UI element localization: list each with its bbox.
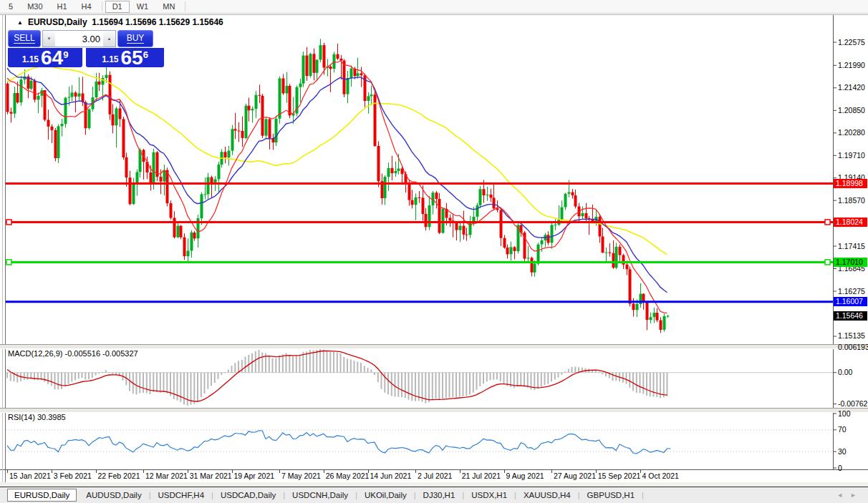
volume-input[interactable] <box>55 31 103 47</box>
price-axis-label: 1.22575 <box>838 38 865 47</box>
date-axis-label: 19 Apr 2021 <box>234 472 275 480</box>
sell-button[interactable]: SELL <box>8 30 41 47</box>
tf-button-d1[interactable]: D1 <box>105 1 130 13</box>
volume-control: ▼ ▲ <box>42 30 116 47</box>
macd-axis-label: 0.006193 <box>838 343 868 352</box>
line-handle-right <box>825 220 830 225</box>
ma-mid-line <box>7 68 667 293</box>
price-axis-label: 1.15135 <box>838 331 865 341</box>
rsi-axis-label: 70 <box>838 425 847 434</box>
chart-tab-audusd[interactable]: AUDUSD,Daily <box>79 489 148 501</box>
sell-price-sup: 9 <box>63 49 68 60</box>
rsi-indicator-label: RSI(14) 30.3985 <box>8 413 66 421</box>
one-click-trading-panel: SELL ▼ ▲ BUY 1.15649 1.15656 <box>8 30 164 67</box>
date-axis-label: 4 Oct 2021 <box>642 472 679 480</box>
window-border-top <box>0 14 868 15</box>
ma-slow-line <box>7 66 667 254</box>
sell-price-display[interactable]: 1.15649 <box>8 48 82 67</box>
tabs-scroll-left-icon[interactable]: ◄ <box>836 492 850 499</box>
buy-price-display[interactable]: 1.15656 <box>86 48 164 67</box>
chart-tab-xauusd[interactable]: XAUUSD,H4 <box>517 489 577 501</box>
mt4-terminal: { "toolbar": {"timeframes": ["5","M30","… <box>0 0 868 503</box>
price-axis-label: 1.21420 <box>838 83 865 92</box>
horizontal-line-1.1701[interactable] <box>6 260 833 265</box>
window-border-bottom <box>0 482 868 487</box>
chart-tab-gbpusd[interactable]: GBPUSD,H1 <box>581 489 641 501</box>
chart-tab-ukoil[interactable]: UKOil,Daily <box>358 489 413 501</box>
price-line-label: 1.18998 <box>834 179 867 188</box>
rsi-axis-label: 100 <box>838 409 851 419</box>
chart-tab-usdcad[interactable]: USDCAD,Daily <box>214 489 282 501</box>
price-axis-label: 1.19710 <box>838 151 865 160</box>
tf-button-5[interactable]: 5 <box>1 1 20 13</box>
price-chart-canvas[interactable] <box>0 0 868 503</box>
chart-tab-usdx[interactable]: USDX,H1 <box>465 489 513 501</box>
tf-button-m30[interactable]: M30 <box>20 1 49 13</box>
date-axis-label: 14 Jun 2021 <box>370 472 412 480</box>
chart-title: ▲EURUSD,Daily 1.15694 1.15696 1.15629 1.… <box>17 17 223 27</box>
toolbar-separator <box>185 1 185 11</box>
chart-tabs-bar: EURUSD,DailyAUDUSD,Daily|USDCHF,H4|USDCA… <box>0 487 868 503</box>
timeframe-toolbar: 5M30H1H4D1W1MN <box>0 0 868 14</box>
line-handle-right <box>825 260 830 265</box>
rsi-panel-divider[interactable] <box>0 408 868 413</box>
ma-fast-line <box>7 61 667 313</box>
collapse-trade-panel-icon[interactable]: ▲ <box>17 19 23 26</box>
price-axis-label: 1.20280 <box>838 128 865 137</box>
tf-button-h4[interactable]: H4 <box>74 1 99 13</box>
tab-separator: | <box>211 491 213 499</box>
date-axis-label: 15 Jan 2021 <box>9 472 51 480</box>
chart-tab-usdcnh[interactable]: USDCNH,Daily <box>286 489 355 501</box>
date-axis-label: 7 May 2021 <box>281 472 321 480</box>
tf-button-mn[interactable]: MN <box>155 1 182 13</box>
tab-separator: | <box>414 491 416 499</box>
price-axis-label: 1.21990 <box>838 61 865 70</box>
tabs-scroll-right-icon[interactable]: ► <box>850 492 864 499</box>
date-axis-label: 31 Mar 2021 <box>190 472 232 480</box>
line-handle-left <box>6 220 11 225</box>
tf-button-w1[interactable]: W1 <box>130 1 156 13</box>
buy-price-big: 65 <box>120 49 143 67</box>
buy-price-sup: 6 <box>143 49 148 60</box>
date-axis-label: 21 Jul 2021 <box>462 472 501 480</box>
tab-separator: | <box>514 491 516 499</box>
date-axis-label: 12 Mar 2021 <box>145 472 188 480</box>
buy-price-small: 1.15 <box>102 54 118 64</box>
tab-separator: | <box>462 491 464 499</box>
buy-button[interactable]: BUY <box>117 30 153 47</box>
horizontal-line-1.18024[interactable] <box>6 220 833 225</box>
triangle-up-icon: ▲ <box>107 36 112 41</box>
volume-increase-button[interactable]: ▲ <box>103 31 115 47</box>
price-line-label: 1.17010 <box>834 258 867 267</box>
volume-decrease-button[interactable]: ▼ <box>43 31 55 47</box>
macd-panel-divider[interactable] <box>0 344 868 349</box>
symbol-period-label: EURUSD,Daily <box>28 17 87 27</box>
macd-axis-label: 0.00 <box>838 368 852 377</box>
macd-axis-label: -0.007621 <box>838 399 868 409</box>
price-axis-label: 1.16275 <box>838 287 865 296</box>
date-axis-label: 2 Jul 2021 <box>418 472 452 480</box>
price-axis-label: 1.17415 <box>838 242 865 251</box>
triangle-down-icon: ▼ <box>47 36 52 41</box>
sell-price-big: 64 <box>41 49 63 67</box>
rsi-line <box>7 431 670 454</box>
tab-separator: | <box>355 491 357 499</box>
tab-separator: | <box>642 491 644 499</box>
toolbar-separator <box>102 1 102 11</box>
price-line-label: 1.15646 <box>834 311 867 321</box>
tf-button-h1[interactable]: H1 <box>50 1 74 13</box>
chart-tab-eurusd[interactable]: EURUSD,Daily <box>7 489 77 502</box>
price-axis-label: 1.20850 <box>838 106 865 115</box>
chart-tab-dj30[interactable]: DJ30,H1 <box>417 489 462 501</box>
tab-separator: | <box>578 491 580 499</box>
line-handle-left <box>6 260 11 265</box>
tab-separator: | <box>283 491 285 499</box>
candles-layer <box>6 39 670 333</box>
price-axis-label: 1.18570 <box>838 196 865 205</box>
date-axis-label: 22 Feb 2021 <box>98 472 140 480</box>
date-axis-label: 27 Aug 2021 <box>554 472 596 480</box>
rsi-axis-label: 0 <box>838 464 842 473</box>
tab-separator: | <box>149 491 151 499</box>
date-axis-label: 15 Sep 2021 <box>598 472 641 480</box>
chart-tab-usdchf[interactable]: USDCHF,H4 <box>152 489 211 501</box>
